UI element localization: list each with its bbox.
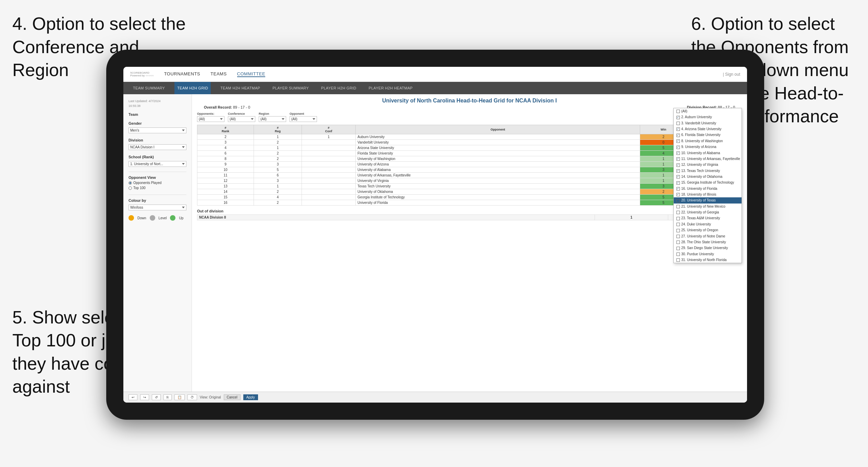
dropdown-item[interactable]: 20. University of Texas [674,197,742,203]
th-opponent: Opponent [356,125,640,134]
opponents-filter-select[interactable]: (All) [197,116,224,122]
main-nav: TOURNAMENTS TEAMS COMMITTEE [164,71,723,77]
subnav-player-h2h-heatmap[interactable]: PLAYER H2H HEATMAP [366,82,415,94]
conference-filter-group: Conference (All) [228,112,255,122]
dropdown-item[interactable]: 13. Texas Tech University [674,168,742,174]
school-select[interactable]: 1. University of Nort... [129,161,186,167]
subnav-team-h2h-heatmap[interactable]: TEAM H2H HEATMAP [218,82,263,94]
dropdown-item[interactable]: 22. University of Georgia [674,209,742,215]
app-navbar: 5COREBOARD Powered by ○○○○○ TOURNAMENTS … [123,67,747,82]
sidebar: Last Updated: 4/7/2024 16:55:38 Team Gen… [123,94,192,403]
gender-select[interactable]: Men's Women's [129,127,186,133]
radio-top-100-label: Top 100 [133,186,146,190]
division-select[interactable]: NCAA Division I NCAA Division II [129,144,186,150]
dropdown-item[interactable]: 11. University of Arkansas, Fayetteville [674,156,742,162]
color-legend: Down Level Up [129,215,186,221]
dropdown-item[interactable]: 28. The Ohio State University [674,239,742,245]
dropdown-item-label: 14. University of Oklahoma [681,175,722,179]
opponent-view-label: Opponent View [129,175,186,180]
opponent-filter-select[interactable]: (All) [290,116,317,122]
checkbox-icon [676,181,680,185]
checkbox-icon [676,223,680,226]
region-filter-select[interactable]: (All) [259,116,286,122]
dropdown-item[interactable]: 6. Florida State University [674,132,742,138]
grid-records: Overall Record: 89 - 17 - 0 Division Rec… [197,105,742,109]
table-row: 14 2 University of Oklahoma 2 0 [197,189,742,195]
colour-by-section: Colour by Win/loss [129,198,186,210]
table-row: 3 2 Vanderbilt University 0 4 [197,140,742,145]
dropdown-item[interactable]: 15. Georgia Institute of Technology [674,180,742,185]
dropdown-item-label: 22. University of Georgia [681,210,719,214]
dropdown-item[interactable]: 12. University of Virginia [674,162,742,168]
dropdown-item[interactable]: 2. Auburn University [674,114,742,120]
dropdown-item-label: 4. Arizona State University [681,127,721,131]
dropdown-item-label: 16. University of Florida [681,187,717,191]
dropdown-item-label: 13. Texas Tech University [681,169,720,173]
table-row: 12 3 University of Virginia 1 0 [197,178,742,184]
nav-committee[interactable]: COMMITTEE [237,71,266,77]
opponent-dropdown[interactable]: (All)2. Auburn University3. Vanderbilt U… [673,108,742,263]
dropdown-item[interactable]: 24. Duke University [674,221,742,227]
dropdown-item[interactable]: 27. University of Notre Dame [674,233,742,239]
subnav-player-h2h-grid[interactable]: PLAYER H2H GRID [318,82,359,94]
table-row: 15 4 Georgia Institute of Technology 5 1 [197,195,742,200]
radio-opponents-played-circle [129,181,132,185]
out-of-division-table: NCAA Division II 1 0 [197,214,742,220]
last-updated-time: 16:55:38 [129,104,186,108]
checkbox-icon [676,146,680,149]
dropdown-item[interactable]: 9. University of Arizona [674,144,742,150]
dropdown-item[interactable]: 8. University of Washington [674,138,742,144]
subnav-team-h2h-grid[interactable]: TEAM H2H GRID [174,82,211,94]
th-reg: #Reg [254,125,302,134]
dropdown-item[interactable]: (All) [674,108,742,114]
sub-navbar: TEAM SUMMARY TEAM H2H GRID TEAM H2H HEAT… [123,82,747,94]
dropdown-item[interactable]: 25. University of Oregon [674,227,742,233]
checkbox-icon [676,122,680,125]
dropdown-item-label: 29. San Diego State University [681,246,728,250]
nav-teams[interactable]: TEAMS [210,71,227,77]
checkbox-icon [676,211,680,214]
dropdown-item[interactable]: 30. Purdue University [674,251,742,257]
dropdown-item[interactable]: 16. University of Florida [674,186,742,192]
subnav-team-summary[interactable]: TEAM SUMMARY [130,82,168,94]
table-row: 2 1 1 Auburn University 2 1 [197,134,742,140]
dropdown-item[interactable]: 4. Arizona State University [674,126,742,132]
radio-top-100[interactable]: Top 100 [129,186,186,190]
dropdown-item[interactable]: 23. Texas A&M University [674,215,742,221]
dropdown-item-label: 27. University of Notre Dame [681,234,725,238]
checkbox-icon [676,163,680,167]
sign-out-link[interactable]: | Sign out [723,72,740,77]
dropdown-item-label: 30. Purdue University [681,252,714,256]
legend-level-dot [150,215,155,221]
dropdown-item[interactable]: 21. University of New Mexico [674,204,742,209]
nav-tournaments[interactable]: TOURNAMENTS [164,71,200,77]
opponents-filter-label: Opponents: [197,112,224,115]
cancel-button[interactable]: Cancel [224,394,241,400]
dropdown-item[interactable]: 14. University of Oklahoma [674,174,742,180]
dropdown-item[interactable]: 29. San Diego State University [674,245,742,251]
table-row: 6 2 Florida State University 4 2 [197,151,742,156]
legend-level-label: Level [159,216,167,220]
out-of-division-label: Out of division [197,209,742,213]
dropdown-item[interactable]: 10. University of Alabama [674,150,742,156]
colour-by-select[interactable]: Win/loss [129,205,186,210]
checkbox-icon [676,241,680,244]
apply-button[interactable]: Apply [243,394,258,400]
dropdown-item[interactable]: 18. University of Illinois [674,192,742,197]
dropdown-item-label: 12. University of Virginia [681,163,718,167]
checkbox-icon [676,175,680,179]
table-row: 10 5 University of Alabama 3 0 [197,167,742,173]
last-updated-text: Last Updated: 4/7/2024 [129,99,186,103]
checkbox-icon [676,247,680,250]
bottom-toolbar: ↩ ↪ ↺ ⎘ 📋 ⏱ View: Original Cancel Apply [192,392,747,403]
checkbox-icon [676,235,680,238]
conference-filter-select[interactable]: (All) [228,116,255,122]
table-row: 11 6 University of Arkansas, Fayettevill… [197,173,742,178]
school-label: School (Rank) [129,155,186,159]
dropdown-item[interactable]: 31. University of North Florida [674,257,742,263]
table-row: 8 2 University of Washington 1 0 [197,156,742,162]
subnav-player-summary[interactable]: PLAYER SUMMARY [270,82,311,94]
radio-opponents-played[interactable]: Opponents Played [129,181,186,185]
dropdown-item[interactable]: 3. Vanderbilt University [674,120,742,126]
toolbar-clock-btn[interactable]: ⏱ [192,394,197,400]
